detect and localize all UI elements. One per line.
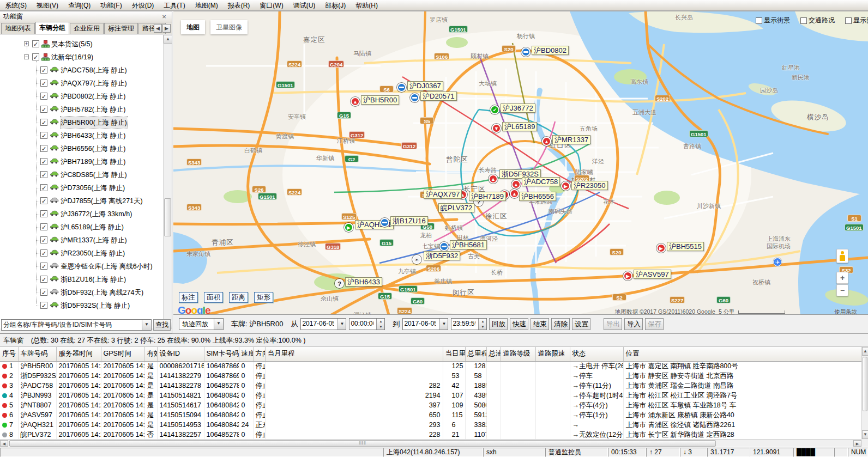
tab-scroll-left-icon[interactable]: ◀ <box>154 24 162 33</box>
spinner-arrows-icon[interactable]: ▲▼ <box>478 319 486 330</box>
column-header-SIM卡号码[interactable]: SIM卡号码 <box>204 347 239 361</box>
vehicle-marker-icon[interactable] <box>410 93 419 102</box>
tab-地图列表[interactable]: 地图列表 <box>1 23 35 34</box>
vehicle-marker-label[interactable]: 沪R23050 <box>571 181 608 190</box>
tree-vehicle-item[interactable]: ✓沪BD0802(上海 静止) <box>0 90 161 102</box>
vehicle-checkbox[interactable]: ✓ <box>40 171 47 178</box>
vehicle-marker-icon[interactable]: ▲ <box>489 174 498 184</box>
tree-vehicle-item[interactable]: ✓沪L65189(上海 静止) <box>0 221 161 233</box>
table-row[interactable]: 2浙D5F932S20170605 14:29:2120170605 14:31… <box>0 371 861 381</box>
zoom-out-button[interactable]: − <box>836 284 848 296</box>
vehicle-marker-label[interactable]: 沪BD0802 <box>532 46 569 55</box>
vehicle-checkbox[interactable]: ✓ <box>40 223 47 230</box>
table-row[interactable]: 6沪ASV59720170605 14:29:1720170605 14:31:… <box>0 410 861 420</box>
from-time-input[interactable] <box>349 319 375 328</box>
vehicle-marker-icon[interactable] <box>521 47 531 57</box>
vehicle-marker-label[interactable]: 皖PLV372 <box>438 203 474 212</box>
find-button[interactable]: 查找 <box>153 319 171 331</box>
menu-item[interactable]: 帮助(H) <box>351 0 383 11</box>
column-header-序号[interactable]: 序号 <box>0 347 18 361</box>
tree-vehicle-item[interactable]: ✓奎恩冷链仓库(上海 离线6小时) <box>0 260 161 272</box>
table-row[interactable]: 3沪ADC75820170605 14:28:3120170605 14:30:… <box>0 381 861 391</box>
chevron-down-icon[interactable]: ▼ <box>214 319 223 330</box>
tree-vehicle-item[interactable]: ✓沪BH6433(上海 静止) <box>0 130 161 142</box>
tab-标注管理[interactable]: 标注管理 <box>104 23 138 34</box>
close-icon[interactable]: × <box>160 13 168 21</box>
table-vertical-scrollbar[interactable]: ▲ ▼ <box>861 347 868 439</box>
table-row[interactable]: 8皖PLV37220170605 14:27:5420170605 14:30:… <box>0 430 861 439</box>
vehicle-checkbox[interactable]: ✓ <box>40 302 47 309</box>
vehicle-checkbox[interactable]: ✓ <box>40 236 47 243</box>
vehicle-marker-label[interactable]: 沪AQX797 <box>424 190 462 199</box>
column-header-总油量[interactable]: 总油量 <box>486 347 501 361</box>
table-row[interactable]: 4沪BJN99320170605 14:29:2320170605 14:31:… <box>0 391 861 400</box>
to-date-input[interactable] <box>403 319 437 328</box>
tab-车辆分组[interactable]: 车辆分组 <box>35 22 69 34</box>
vehicle-checkbox[interactable]: ✓ <box>40 145 47 152</box>
vehicle-marker-label[interactable]: 沪ASV597 <box>634 270 671 279</box>
vehicle-marker-label[interactable]: 浙D5F932 <box>424 251 460 260</box>
vehicle-marker-label[interactable]: 沪MR1337 <box>552 135 590 144</box>
tree-vehicle-item[interactable]: ✓沪MR1337(上海 静止) <box>0 234 161 246</box>
menu-item[interactable]: 地图(M) <box>190 0 223 11</box>
tree-vehicle-item[interactable]: ✓沪AQX797(上海 静止) <box>0 77 161 89</box>
column-header-有效[interactable]: 有效 <box>144 347 157 361</box>
chevron-down-icon[interactable]: ▼ <box>439 319 448 330</box>
scrollbar-thumb[interactable] <box>863 357 867 411</box>
column-header-总里程[interactable]: 总里程 <box>465 347 486 361</box>
vehicle-checkbox[interactable]: ✓ <box>40 276 47 283</box>
tree-vehicle-item[interactable]: ✓沪BH5782(上海 静止) <box>0 103 161 115</box>
tree-vehicle-item[interactable]: ✓沪BH5R00(上海 静止) <box>0 117 161 129</box>
vehicle-marker-icon[interactable]: ▶ <box>656 243 666 253</box>
scroll-left-icon[interactable]: ◀ <box>0 440 8 447</box>
column-header-服务器时间[interactable]: 服务器时间 <box>56 347 101 361</box>
scroll-up-icon[interactable]: ▲ <box>164 35 172 44</box>
tree-vehicle-item[interactable]: ✓浙B1ZU16(上海 静止) <box>0 273 161 285</box>
column-header-方向[interactable]: 方向 <box>253 347 265 361</box>
draw-tool-距离[interactable]: 距离 <box>229 292 248 303</box>
scrollbar-thumb[interactable] <box>164 198 171 236</box>
menu-item[interactable]: 工具(T) <box>159 0 190 11</box>
to-time-input[interactable] <box>451 319 477 328</box>
column-header-当日里程[interactable]: 当日里程 <box>443 347 465 361</box>
menu-item[interactable]: 功能(F) <box>95 0 126 11</box>
menu-item[interactable]: 查询(Q) <box>63 0 95 11</box>
tree-vehicle-item[interactable]: ✓沪D73056(上海 静止) <box>0 182 161 194</box>
tree-vehicle-item[interactable]: ✓浙D5F932(上海 离线274天) <box>0 287 161 298</box>
vehicle-checkbox[interactable]: ✓ <box>40 66 47 74</box>
vehicle-marker-icon[interactable]: ➣ <box>412 255 421 264</box>
menu-item[interactable]: 外设(D) <box>127 0 159 11</box>
playback-button-回放[interactable]: 回放 <box>489 318 508 330</box>
tree-group[interactable]: +✓昊本货运(5/5) <box>0 38 161 50</box>
vehicle-marker-label[interactable]: 沪BH5515 <box>667 242 704 251</box>
vehicle-marker-label[interactable]: 沪L65189 <box>502 122 537 131</box>
vehicle-marker-label[interactable]: 沪BH7189 <box>469 192 506 201</box>
vehicle-checkbox[interactable]: ✓ <box>40 289 47 296</box>
table-horizontal-scrollbar[interactable]: ◀ ⦀⦀⦀ ▶ <box>0 439 861 447</box>
tree-vehicle-item[interactable]: ✓沪ADC758(上海 静止) <box>0 64 161 76</box>
vehicle-marker-label[interactable]: 沪DJ0367 <box>407 81 443 90</box>
menu-item[interactable]: 视图(V) <box>32 0 63 11</box>
vehicle-marker-label[interactable]: 沪BH5681 <box>450 240 487 249</box>
vehicle-checkbox[interactable]: ✓ <box>40 80 47 87</box>
playback-button-导入[interactable]: 导入 <box>624 318 643 330</box>
from-time-spinner[interactable]: ▲▼ <box>349 318 385 330</box>
vehicle-marker-icon[interactable]: ▲ <box>542 137 551 146</box>
vehicle-checkbox[interactable]: ✓ <box>40 158 47 165</box>
tree-group[interactable]: −✓沈新华(16/19) <box>0 51 161 63</box>
column-header-状态[interactable]: 状态 <box>570 347 623 361</box>
tree-vehicle-item[interactable]: ✓沪BH6556(上海 静止) <box>0 143 161 155</box>
tree-vehicle-item[interactable]: ✓沪DJ7855(上海 离线271天) <box>0 195 161 207</box>
tab-企业应用[interactable]: 企业应用 <box>70 23 104 34</box>
chevron-down-icon[interactable]: ▼ <box>142 320 151 330</box>
chevron-down-icon[interactable]: ▼ <box>337 319 346 330</box>
vehicle-marker-icon[interactable] <box>439 242 449 251</box>
to-time-spinner[interactable]: ▲▼ <box>451 318 487 330</box>
menu-item[interactable]: 部标(J) <box>320 0 351 11</box>
vehicle-marker-label[interactable]: 浙B1ZU16 <box>390 216 428 226</box>
vehicle-marker-icon[interactable]: ✔ <box>490 105 499 114</box>
scroll-right-icon[interactable]: ▶ <box>853 440 861 447</box>
terms-link[interactable]: 使用条款 <box>834 308 857 314</box>
column-header-当月里程[interactable]: 当月里程 <box>265 347 443 361</box>
draw-tool-面积[interactable]: 面积 <box>204 292 223 303</box>
